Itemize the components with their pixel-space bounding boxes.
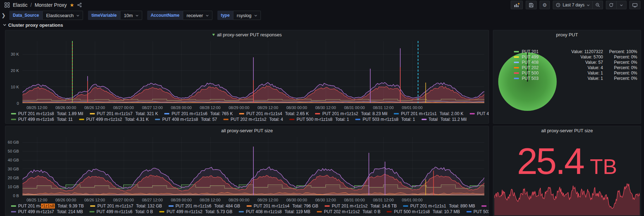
legend-swatch [169, 205, 174, 207]
legend-item[interactable]: PUT 500 m-r1z1s8Total: 10.7 MB [387, 209, 460, 214]
x-tick-label: 08/29 00:00 [228, 198, 249, 202]
x-tick-label: 08/31 00:00 [344, 198, 365, 202]
legend-item[interactable]: PUT 201 m-r1z1s6Total: 765 K [164, 111, 233, 116]
legend-item[interactable]: PUT 499 m-r1z1s8Total: 3.67 GB [481, 204, 489, 209]
panel-title[interactable]: all proxy-server PUT size [5, 126, 489, 135]
legend-item[interactable]: PUT 201 m-r1z1s2Total: 8.23 Mil [315, 111, 387, 116]
legend-swatch [11, 211, 16, 212]
dashboard-settings-button[interactable]: ⚙ [540, 1, 550, 9]
plot-area[interactable] [22, 41, 484, 103]
legend-item[interactable]: PUT 201 m-r1z1s1Total: 890 MB [403, 204, 475, 209]
legend-swatch [467, 211, 472, 212]
breadcrumb-separator: / [30, 2, 32, 8]
legend-item[interactable]: PUT 499 m-r1z1s6Total: 0 B [89, 209, 153, 214]
sidebar-expand-button[interactable]: ❯ [1, 11, 6, 20]
grid-line [22, 70, 484, 71]
y-tick-label: 50 GB [8, 149, 19, 153]
legend-swatch [79, 119, 84, 120]
legend-item[interactable]: PUT 408 m-r1z1s8Total: 119 MB [239, 209, 310, 214]
add-panel-button[interactable] [511, 1, 523, 9]
legend-item[interactable]: PUT 201Value: 11207322Percent: 100% [514, 49, 637, 54]
annotation-line[interactable] [418, 41, 418, 103]
legend-item[interactable]: PUT 202Value: 4Percent: 0% [514, 65, 637, 70]
legend-row: PUT 201 m-r1z1s8Total: 9.39 TBPUT 201 m-… [11, 203, 489, 209]
row-toggle[interactable]: Cluster proxy operations [0, 21, 644, 29]
legend-row: PUT 499 m-r1z1s6Total: 11PUT 499 m-r1z1s… [11, 117, 489, 122]
grid-line [326, 41, 326, 103]
legend-swatch [422, 119, 427, 120]
save-dashboard-button[interactable] [526, 1, 537, 9]
legend-series-total: Total: 890 MB [449, 204, 475, 209]
legend-item[interactable]: PUT 499 m-r1z1s7Total: 214 MB [11, 209, 83, 214]
legend-series-name: PUT 201 m-r1z1s6 [176, 204, 211, 209]
clock-icon [556, 2, 561, 7]
legend-value: Value: 57 [547, 60, 603, 65]
variable-value-dropdown[interactable]: 10m [120, 11, 142, 20]
search-highlight: r1z1s8 [41, 204, 55, 209]
legend-item[interactable]: PUT 503Value: 1Percent: 0% [514, 76, 637, 81]
favorite-star-icon[interactable]: ★ [69, 2, 74, 7]
legend-item[interactable]: PUT 500Value: 1Percent: 0% [514, 70, 637, 76]
legend-swatch [155, 119, 160, 120]
legend-item[interactable]: PUT 499Value: 5700Percent: 0% [514, 54, 637, 60]
variable-value-dropdown[interactable]: rsyslog [233, 11, 261, 20]
legend-item[interactable]: PUT 499 m-r1z1s2Total: 5.73 GB [159, 209, 232, 214]
breadcrumb-dashboard[interactable]: Monster Proxy [35, 2, 67, 8]
legend-item[interactable]: PUT 499 m-r1z1s2Total: 4.31 K [79, 117, 149, 122]
legend-item[interactable]: PUT 201 m-r1z1s6Total: 484 GB [169, 204, 240, 209]
legend-item[interactable]: PUT 201 m-r1z1s4Total: 796 GB [247, 204, 318, 209]
legend-series-name: PUT 201 m-r1z1s7 [97, 204, 133, 209]
legend-swatch [394, 113, 399, 114]
legend-item[interactable]: PUT 503 m-r1z1s8Total: 1 [355, 117, 415, 122]
variable-value-dropdown[interactable]: Elasticsearch [42, 11, 83, 20]
grid-line [95, 137, 95, 195]
time-series-chart[interactable]: 30 K20 K10 K0 08/25 12:0008/26 00:0008/2… [7, 39, 486, 110]
panel-title[interactable]: all proxy-server PUT size [493, 126, 641, 135]
plot-area[interactable] [22, 137, 484, 196]
legend-item[interactable]: PUT 500 m-r1z1s8Total: 1 [289, 117, 349, 122]
time-series-chart[interactable]: 60 GB50 GB40 GB30 GB20 GB10 GB0 B 08/25 … [7, 135, 486, 202]
legend-item[interactable]: PUT 503 m-r1z1s8Total: 10.7 MB [467, 209, 489, 214]
y-tick-label: 20 GB [8, 176, 19, 180]
legend: PUT 201 m-r1z1s8Total: 9.39 TBPUT 201 m-… [5, 202, 489, 216]
time-range-picker[interactable]: Last 7 days [553, 1, 593, 9]
legend-item[interactable]: PUT 408Value: 57Percent: 0% [514, 60, 637, 65]
zoom-out-button[interactable] [593, 1, 603, 9]
legend-item[interactable]: PUT 201 m-r1z1s4Total: 2.65 K [239, 111, 309, 116]
refresh-button[interactable] [606, 1, 617, 9]
legend-item[interactable]: TotalTotal: 11.2 Mil [422, 117, 467, 122]
annotation-line[interactable] [72, 41, 73, 103]
grid-line [124, 137, 124, 195]
legend-swatch [514, 72, 519, 74]
legend-swatch [223, 119, 228, 120]
legend-item[interactable]: PUT 499 m-r1z1s8Total: 880 [470, 111, 489, 116]
panel-title[interactable]: proxy PUT [493, 30, 641, 39]
legend-item[interactable]: PUT 201 m-r1z1s7Total: 321 K [90, 111, 158, 116]
legend-series-total: Total: 9.39 TB [58, 204, 84, 209]
variable-value-dropdown[interactable]: receiver [183, 11, 212, 20]
share-icon[interactable] [77, 2, 82, 7]
legend-item[interactable]: PUT 201 m-r1z1s8Total: 1.89 Mil [11, 111, 83, 116]
legend-item[interactable]: PUT 408 m-r1z1s8Total: 57 [155, 117, 217, 122]
legend-item[interactable]: PUT 201 m-r1z1s2Total: 14.6 TB [325, 204, 397, 209]
grid-line [37, 137, 37, 195]
legend-swatch [247, 205, 252, 207]
x-tick-label: 08/25 12:00 [26, 198, 47, 202]
x-tick-label: 08/27 12:00 [142, 198, 163, 202]
legend-item[interactable]: PUT 201 m-r1z1s7Total: 132 GB [90, 204, 162, 209]
chevron-down-icon [206, 14, 209, 17]
grid-line [124, 41, 124, 103]
breadcrumb-folder[interactable]: Elastic [13, 2, 27, 8]
legend-item[interactable]: PUT 201 m-r1z1s8Total: 9.39 TB [11, 204, 84, 209]
legend-swatch [315, 113, 320, 114]
refresh-interval-dropdown[interactable] [617, 1, 627, 9]
legend-series-total: Total: 765 K [210, 111, 233, 116]
grid-line [95, 41, 95, 103]
legend-item[interactable]: PUT 202 m-r1z1s2Total: 0 B [317, 209, 381, 214]
legend-item[interactable]: PUT 201 m-r1z1s1Total: 2.00 K [394, 111, 463, 116]
legend-series-name: PUT 201 [522, 49, 547, 54]
legend-item[interactable]: PUT 499 m-r1z1s6Total: 11 [11, 117, 73, 122]
tv-mode-button[interactable] [629, 1, 640, 9]
panel-title[interactable]: ♥ all proxy-server PUT responses [5, 30, 489, 39]
legend-item[interactable]: PUT 202 m-r1z1s2Total: 4 [223, 117, 283, 122]
